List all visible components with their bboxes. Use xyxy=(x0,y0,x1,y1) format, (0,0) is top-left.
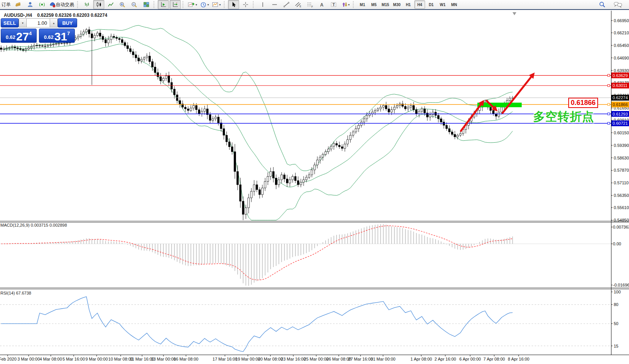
svg-text:-0.01696: -0.01696 xyxy=(613,283,629,287)
svg-text:11 Mar 16:00: 11 Mar 16:00 xyxy=(130,357,154,361)
line-chart-button[interactable] xyxy=(105,0,116,9)
timeframe-H4[interactable]: H4 xyxy=(414,0,425,9)
svg-text:26 Mar 08:00: 26 Mar 08:00 xyxy=(327,357,351,361)
svg-text:13 Mar 00:00: 13 Mar 00:00 xyxy=(151,357,176,361)
price-callout[interactable]: 0.61866 xyxy=(568,98,598,108)
chart-canvas[interactable]: 0.669500.662100.654500.646900.639300.631… xyxy=(0,11,629,364)
candlestick-chart-button[interactable] xyxy=(93,0,104,9)
svg-text:0.62274: 0.62274 xyxy=(613,95,628,100)
svg-text:0.60721: 0.60721 xyxy=(613,121,628,126)
timeframe-D1[interactable]: D1 xyxy=(426,0,437,9)
fibonacci-icon: F xyxy=(307,2,313,8)
svg-text:80: 80 xyxy=(614,302,618,307)
svg-text:0.56350: 0.56350 xyxy=(614,193,629,198)
svg-text:0.65450: 0.65450 xyxy=(614,43,629,48)
sell-price-display[interactable]: 0.62 27 4 xyxy=(1,29,37,43)
dropdown-caret-icon: ▾ xyxy=(219,3,221,6)
svg-text:0.63930: 0.63930 xyxy=(614,68,629,73)
autotrading-button[interactable]: 自动交易 xyxy=(48,0,75,9)
arrows-tool[interactable]: ▾ xyxy=(340,0,351,9)
svg-text:A: A xyxy=(320,2,323,8)
buy-button[interactable]: BUY xyxy=(58,18,77,27)
ohlc-values: 0.62259 0.62326 0.62203 0.62274 xyxy=(37,13,107,18)
text-icon: A xyxy=(319,2,325,8)
buy-price-display[interactable]: 0.62 31 7 xyxy=(39,29,75,43)
new-order-label: 订单 xyxy=(2,2,11,8)
zoom-in-button[interactable] xyxy=(117,0,128,9)
pivot-annotation[interactable]: 多空转折点 xyxy=(533,109,594,125)
buy-price-big: 31 xyxy=(54,31,67,42)
timeframe-W1[interactable]: W1 xyxy=(437,0,448,9)
chart-shift-icon xyxy=(172,2,178,8)
horizontal-line-tool[interactable] xyxy=(269,0,280,9)
bar-chart-button[interactable] xyxy=(81,0,92,9)
svg-text:T: T xyxy=(333,2,335,7)
svg-text:6 Apr 00:00: 6 Apr 00:00 xyxy=(459,357,481,361)
rsi-line xyxy=(1,297,513,352)
svg-text:0.60150: 0.60150 xyxy=(614,130,629,135)
annotation-layer xyxy=(461,72,535,131)
zoom-out-button[interactable] xyxy=(129,0,140,9)
auto-scroll-button[interactable] xyxy=(158,0,169,9)
templates-button[interactable]: ▾ xyxy=(211,0,222,9)
volume-down-button[interactable]: ▼ xyxy=(19,18,27,27)
timeframe-M15[interactable]: M15 xyxy=(380,0,391,9)
tile-windows-icon xyxy=(143,2,149,8)
timeframe-M30[interactable]: M30 xyxy=(391,0,402,9)
add-indicator-button[interactable]: ▾ xyxy=(187,0,198,9)
person-icon xyxy=(27,2,33,8)
new-order-button[interactable]: 订单 xyxy=(0,0,12,9)
trendline-tool[interactable] xyxy=(281,0,292,9)
signals-button[interactable] xyxy=(36,0,47,9)
volume-input[interactable]: 1.00 xyxy=(27,18,50,27)
toolbar: 订单 自动交易 xyxy=(0,0,629,10)
svg-text:20 Mar 08:00: 20 Mar 08:00 xyxy=(258,357,283,361)
sell-button[interactable]: SELL xyxy=(1,18,19,27)
volume-up-button[interactable]: ▲ xyxy=(50,18,58,27)
buy-price-prefix: 0.62 xyxy=(44,34,53,40)
cursor-tool-button[interactable] xyxy=(228,0,239,9)
arrow-objects-icon xyxy=(341,2,348,8)
crosshair-tool-button[interactable] xyxy=(240,0,251,9)
svg-text:0.63629: 0.63629 xyxy=(613,73,628,78)
auto-scroll-icon xyxy=(160,2,167,8)
toolbar-grip xyxy=(353,1,355,8)
svg-text:0.57870: 0.57870 xyxy=(614,168,629,172)
tile-windows-button[interactable] xyxy=(141,0,152,9)
toolbar-grip xyxy=(183,1,184,8)
vertical-line-tool[interactable] xyxy=(257,0,268,9)
fibonacci-tool[interactable]: F xyxy=(304,0,315,9)
toolbar-grip xyxy=(253,1,255,8)
timeframe-MN[interactable]: MN xyxy=(449,0,459,9)
text-label-tool[interactable]: T xyxy=(328,0,339,9)
text-tool[interactable]: A xyxy=(316,0,327,9)
sell-price-pip: 4 xyxy=(29,31,32,36)
chart-shift-button[interactable] xyxy=(170,0,181,9)
svg-text:0.66210: 0.66210 xyxy=(614,31,629,35)
chart-title: AUDUSD-,H4 0.62259 0.62326 0.62203 0.622… xyxy=(4,13,107,18)
macd-label: MACD(12,26,9) 0.003715 0.002898 xyxy=(0,223,67,227)
equidistant-channel-icon: E xyxy=(295,2,301,8)
svg-text:50: 50 xyxy=(614,321,618,326)
timeframe-M1[interactable]: M1 xyxy=(357,0,368,9)
svg-text:0.58630: 0.58630 xyxy=(614,156,629,160)
chat-button[interactable] xyxy=(612,0,623,9)
search-button[interactable] xyxy=(597,0,608,9)
crosshair-icon xyxy=(243,2,249,8)
chart-window[interactable]: 0.669500.662100.654500.646900.639300.631… xyxy=(0,11,629,364)
data-window-button[interactable] xyxy=(24,0,36,9)
svg-text:10 Mar 08:00: 10 Mar 08:00 xyxy=(108,357,133,361)
svg-text:4 Mar 08:00: 4 Mar 08:00 xyxy=(40,357,62,361)
channel-tool[interactable]: E xyxy=(293,0,304,9)
timeframe-H1[interactable]: H1 xyxy=(403,0,414,9)
toolbar-right-group xyxy=(596,0,629,9)
periods-button[interactable]: ▾ xyxy=(199,0,210,9)
svg-text:0.64690: 0.64690 xyxy=(614,56,629,60)
market-watch-button[interactable] xyxy=(13,0,24,9)
svg-text:0.63011: 0.63011 xyxy=(613,83,627,88)
timeframe-M5[interactable]: M5 xyxy=(369,0,379,9)
search-icon xyxy=(599,1,606,8)
svg-text:1 Apr 08:00: 1 Apr 08:00 xyxy=(411,357,432,361)
macd-layer xyxy=(1,224,513,286)
symbol-period-label: AUDUSD-,H4 xyxy=(4,13,32,18)
